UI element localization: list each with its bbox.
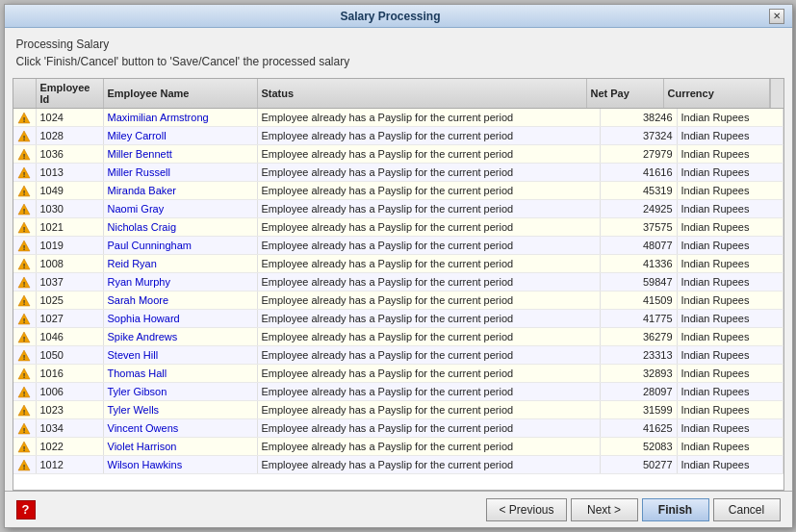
footer-left: ? xyxy=(16,500,36,519)
cell-employee-name: Miller Russell xyxy=(104,164,258,181)
table-row[interactable]: !1036Miller BennettEmployee already has … xyxy=(13,145,783,164)
cell-employee-name: Miller Bennett xyxy=(104,145,258,163)
cell-employee-id: 1022 xyxy=(37,438,104,455)
cell-status: Employee already has a Payslip for the c… xyxy=(258,109,601,126)
help-button[interactable]: ? xyxy=(16,500,36,519)
svg-text:!: ! xyxy=(23,317,26,325)
cell-status: Employee already has a Payslip for the c… xyxy=(258,401,601,418)
warning-icon: ! xyxy=(13,328,37,345)
svg-text:!: ! xyxy=(23,115,26,124)
warning-icon: ! xyxy=(13,255,37,272)
cell-employee-id: 1008 xyxy=(37,255,104,272)
cell-employee-name: Thomas Hall xyxy=(104,365,258,382)
cell-status: Employee already has a Payslip for the c… xyxy=(258,218,601,236)
cell-currency: Indian Rupees xyxy=(678,164,783,181)
cell-employee-name: Wilson Hawkins xyxy=(104,456,258,473)
table-row[interactable]: !1027Sophia HowardEmployee already has a… xyxy=(13,310,783,328)
cell-status: Employee already has a Payslip for the c… xyxy=(258,419,601,437)
cell-currency: Indian Rupees xyxy=(678,145,783,163)
cell-currency: Indian Rupees xyxy=(678,127,783,144)
table-row[interactable]: !1025Sarah MooreEmployee already has a P… xyxy=(13,291,783,310)
cell-currency: Indian Rupees xyxy=(678,237,783,254)
previous-button[interactable]: < Previous xyxy=(486,498,566,521)
warning-icon: ! xyxy=(13,365,37,382)
warning-icon: ! xyxy=(13,145,37,163)
cell-employee-name: Tyler Gibson xyxy=(104,383,258,400)
table-row[interactable]: !1023Tyler WellsEmployee already has a P… xyxy=(13,401,783,419)
cell-employee-id: 1050 xyxy=(37,346,104,364)
cell-status: Employee already has a Payslip for the c… xyxy=(258,456,601,473)
warning-icon: ! xyxy=(13,182,37,199)
table-row[interactable]: !1034Vincent OwensEmployee already has a… xyxy=(13,419,783,438)
table-row[interactable]: !1028Miley CarrollEmployee already has a… xyxy=(13,127,783,145)
cell-employee-id: 1021 xyxy=(37,218,104,236)
cell-status: Employee already has a Payslip for the c… xyxy=(258,310,601,327)
next-button[interactable]: Next > xyxy=(571,498,638,521)
table-row[interactable]: !1050Steven HillEmployee already has a P… xyxy=(13,346,783,365)
warning-icon: ! xyxy=(13,291,37,309)
footer: ? < Previous Next > Finish Cancel xyxy=(5,491,792,527)
cell-status: Employee already has a Payslip for the c… xyxy=(258,273,601,291)
cell-status: Employee already has a Payslip for the c… xyxy=(258,383,601,400)
cancel-button[interactable]: Cancel xyxy=(713,498,781,521)
col-currency: Currency xyxy=(664,79,770,108)
table-row[interactable]: !1037Ryan MurphyEmployee already has a P… xyxy=(13,273,783,291)
table-row[interactable]: !1030Naomi GrayEmployee already has a Pa… xyxy=(13,200,783,218)
cell-employee-id: 1012 xyxy=(37,456,104,473)
cell-net-pay: 38246 xyxy=(601,109,678,126)
table-row[interactable]: !1021Nicholas CraigEmployee already has … xyxy=(13,218,783,237)
title-bar: Salary Processing ✕ xyxy=(5,5,792,28)
scrollbar-spacer xyxy=(770,79,783,108)
svg-text:!: ! xyxy=(23,207,26,215)
cell-status: Employee already has a Payslip for the c… xyxy=(258,164,601,181)
table-row[interactable]: !1022Violet HarrisonEmployee already has… xyxy=(13,438,783,456)
table-row[interactable]: !1046Spike AndrewsEmployee already has a… xyxy=(13,328,783,346)
cell-currency: Indian Rupees xyxy=(678,200,783,217)
table-row[interactable]: !1024Maximilian ArmstrongEmployee alread… xyxy=(13,109,783,127)
svg-text:!: ! xyxy=(23,170,26,179)
svg-text:!: ! xyxy=(23,298,26,307)
cell-employee-id: 1024 xyxy=(37,109,104,126)
table-row[interactable]: !1006Tyler GibsonEmployee already has a … xyxy=(13,383,783,401)
table-row[interactable]: !1012Wilson HawkinsEmployee already has … xyxy=(13,456,783,474)
table-body[interactable]: !1024Maximilian ArmstrongEmployee alread… xyxy=(13,109,783,490)
svg-text:!: ! xyxy=(23,353,26,362)
close-button[interactable]: ✕ xyxy=(769,9,784,24)
cell-employee-id: 1013 xyxy=(37,164,104,181)
cell-employee-name: Spike Andrews xyxy=(104,328,258,345)
warning-icon: ! xyxy=(13,346,37,364)
table-row[interactable]: !1008Reid RyanEmployee already has a Pay… xyxy=(13,255,783,273)
finish-button[interactable]: Finish xyxy=(642,498,709,521)
table-row[interactable]: !1049Miranda BakerEmployee already has a… xyxy=(13,182,783,200)
cell-currency: Indian Rupees xyxy=(678,419,783,437)
table-header: Employee Id Employee Name Status Net Pay… xyxy=(13,79,783,109)
table-row[interactable]: !1013Miller RussellEmployee already has … xyxy=(13,164,783,182)
warning-icon: ! xyxy=(13,419,37,437)
cell-status: Employee already has a Payslip for the c… xyxy=(258,200,601,217)
warning-icon: ! xyxy=(13,109,37,126)
cell-net-pay: 41625 xyxy=(601,419,678,437)
svg-text:!: ! xyxy=(23,280,26,289)
cell-employee-name: Steven Hill xyxy=(104,346,258,364)
cell-employee-name: Reid Ryan xyxy=(104,255,258,272)
cell-status: Employee already has a Payslip for the c… xyxy=(258,438,601,455)
svg-text:!: ! xyxy=(23,262,26,270)
cell-employee-id: 1019 xyxy=(37,237,104,254)
table-row[interactable]: !1016Thomas HallEmployee already has a P… xyxy=(13,365,783,383)
salary-processing-dialog: Salary Processing ✕ Processing Salary Cl… xyxy=(4,4,793,528)
cell-currency: Indian Rupees xyxy=(678,109,783,126)
cell-employee-name: Tyler Wells xyxy=(104,401,258,418)
col-employee-id: Employee Id xyxy=(37,79,104,108)
cell-net-pay: 41616 xyxy=(601,164,678,181)
cell-employee-id: 1025 xyxy=(37,291,104,309)
cell-employee-id: 1006 xyxy=(37,383,104,400)
cell-currency: Indian Rupees xyxy=(678,438,783,455)
dialog-title: Salary Processing xyxy=(13,10,769,23)
cell-status: Employee already has a Payslip for the c… xyxy=(258,145,601,163)
cell-employee-name: Nicholas Craig xyxy=(104,218,258,236)
svg-text:!: ! xyxy=(23,243,26,252)
cell-net-pay: 37575 xyxy=(601,218,678,236)
table-row[interactable]: !1019Paul CunninghamEmployee already has… xyxy=(13,237,783,255)
warning-icon: ! xyxy=(13,164,37,181)
svg-text:!: ! xyxy=(23,152,26,161)
